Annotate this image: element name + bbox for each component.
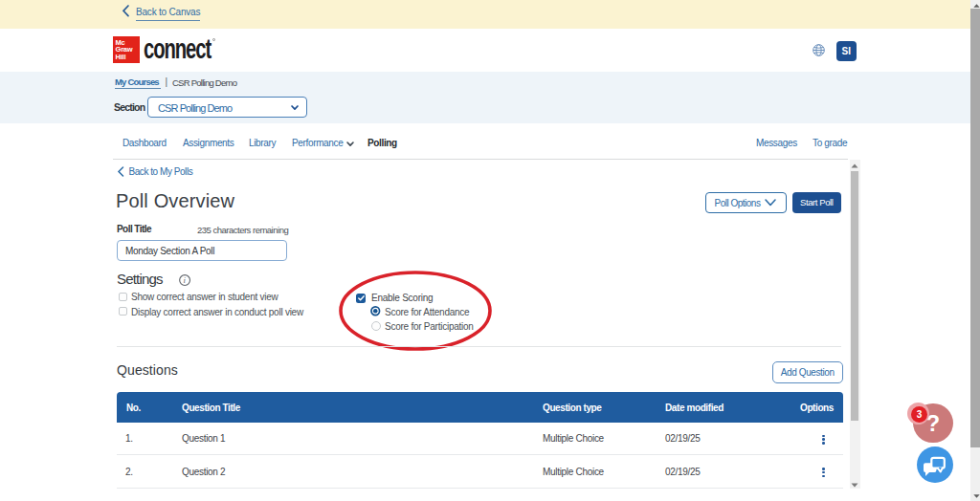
svg-text:i: i bbox=[184, 275, 187, 285]
